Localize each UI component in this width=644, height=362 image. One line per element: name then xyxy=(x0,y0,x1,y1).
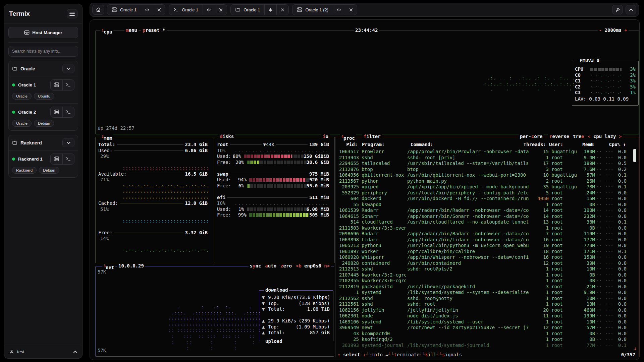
open-host-manager-button[interactable] xyxy=(51,154,62,164)
host-manager-button[interactable]: Host Manager xyxy=(8,27,78,38)
process-row[interactable]: 552329periphery/usr/local/bin/periphery … xyxy=(337,190,627,196)
signals-button[interactable]: signals xyxy=(442,352,462,358)
host-row[interactable]: Oracle 1OracleUbuntu xyxy=(9,76,78,103)
sort-selector[interactable]: < cpu lazy > xyxy=(586,134,623,140)
net-interface-switcher[interactable]: <b enp0s6 n> xyxy=(296,263,330,269)
filter-button[interactable]: filter xyxy=(362,134,382,140)
home-tab-button[interactable] xyxy=(92,5,104,15)
kill-button[interactable]: kill xyxy=(425,352,436,358)
process-row[interactable]: 25ksoftirqd/21root0B·· ····0.0 xyxy=(337,337,627,343)
proc-box-title[interactable]: 4proc xyxy=(340,134,356,141)
process-row[interactable]: 2113567pythonpython main.py2root26M·· ··… xyxy=(337,178,627,184)
info-button[interactable]: info ↵ xyxy=(371,352,388,358)
scroll-down-arrow[interactable]: ↓ xyxy=(634,346,637,352)
split-tab-button[interactable] xyxy=(264,5,276,15)
search-input[interactable] xyxy=(8,46,78,57)
preset-button[interactable]: preset * xyxy=(141,27,167,34)
collapse-topbar-button[interactable] xyxy=(626,5,636,14)
cpu-box-title[interactable]: 1cpu xyxy=(100,27,113,35)
select-control[interactable]: ↑ select ↓ xyxy=(337,352,366,358)
net-auto-button[interactable]: auto xyxy=(265,263,276,269)
reverse-button[interactable]: reverse xyxy=(548,134,571,140)
tools-button[interactable] xyxy=(612,5,623,14)
tab-label[interactable]: Oracle 1 (2) xyxy=(292,5,333,15)
process-row[interactable]: 514cloudflared/usr/bin/cloudflared --no-… xyxy=(337,219,627,225)
tree-button[interactable]: tree xyxy=(572,134,586,140)
close-tab-button[interactable] xyxy=(215,5,227,15)
menu-button[interactable]: menu xyxy=(124,27,139,34)
sidebar-menu-button[interactable] xyxy=(67,9,77,18)
open-host-manager-button[interactable] xyxy=(51,80,62,90)
process-row[interactable]: 3969549newt/root/newt --id z3rtyep2175u8… xyxy=(337,325,627,331)
process-row[interactable]: 1065213python3/usr/local/bin/python3 -m … xyxy=(337,243,627,249)
process-row[interactable]: 2102355kworker/3:0-cgro1root0B·· ····0.0 xyxy=(337,278,627,284)
host-group-header[interactable]: Racknerd xyxy=(9,135,78,150)
process-row[interactable]: 1469106systemd/lib/systemd/systemd --use… xyxy=(337,319,627,325)
col-command[interactable]: Command: xyxy=(411,142,433,148)
col-pid[interactable]: Pid: xyxy=(337,142,358,148)
open-terminal-button[interactable] xyxy=(62,107,74,117)
col-mem[interactable]: MemB xyxy=(567,142,594,148)
open-terminal-button[interactable] xyxy=(62,154,74,164)
mem-box-title[interactable]: 2mem xyxy=(100,134,113,141)
col-program[interactable]: Program: xyxy=(362,142,384,148)
host-row[interactable]: Racknerd 1RacknerdDebian xyxy=(9,150,78,177)
process-row[interactable]: 1062301nodenode dist/index.js11root199M·… xyxy=(337,313,627,319)
terminate-button[interactable]: terminate xyxy=(394,352,420,358)
process-row[interactable]: 2294655tailscaled/usr/sbin/tailscaled --… xyxy=(337,161,627,167)
process-row[interactable]: 2111503kworker/3:3-even1root0B·· ····0.0 xyxy=(337,225,627,231)
io-mode-button[interactable]: io xyxy=(321,134,330,140)
process-row[interactable]: 1060928Whisparr/app/bin/Whisparr --nobro… xyxy=(337,254,627,260)
net-zero-button[interactable]: zero xyxy=(280,263,292,269)
process-row[interactable]: 604dockerd/usr/bin/dockerd -H fd:// --co… xyxy=(337,196,627,202)
proc-scrollbar[interactable] xyxy=(633,149,636,162)
col-threads[interactable]: Threads: xyxy=(517,142,546,148)
close-tab-button[interactable] xyxy=(276,5,288,15)
process-row[interactable]: 1064615Sonarr/app/sonarr/bin/Sonarr -nob… xyxy=(337,214,627,220)
process-row[interactable]: 363993systemd-journal/lib/systemd/system… xyxy=(337,343,627,349)
process-row[interactable]: 1systemd/lib/systemd/systemd --system --… xyxy=(337,290,627,296)
disks-box-title[interactable]: disks xyxy=(218,134,235,140)
split-tab-button[interactable] xyxy=(141,5,153,15)
open-host-manager-button[interactable] xyxy=(51,107,62,117)
split-tab-button[interactable] xyxy=(333,5,345,15)
host-group-header[interactable]: Oracle xyxy=(9,61,78,76)
tab[interactable]: Oracle 1 (2) xyxy=(292,4,357,15)
process-row[interactable]: 1064956qbittorrent-nox/usr/bin/qbittorre… xyxy=(337,172,627,178)
process-row[interactable]: 2112819packagekitd/usr/libexec/packageki… xyxy=(337,284,627,290)
process-row[interactable]: 2112513sshdsshd: root@pts/21root10M·· ··… xyxy=(337,266,627,272)
host-row[interactable]: Oracle 2OracleDebian xyxy=(9,103,78,130)
process-row[interactable]: 1063517Prowlarr/app/prowlarr/bin/Prowlar… xyxy=(337,149,627,155)
net-sync-button[interactable]: sync xyxy=(250,263,261,269)
collapse-group-button[interactable] xyxy=(62,138,74,147)
process-row[interactable]: 240828containerd/usr/bin/containerd12roo… xyxy=(337,260,627,266)
process-row[interactable]: 1062156jellyfin/jellyfin/jellyfin20root4… xyxy=(337,307,627,313)
process-row[interactable]: 1061897Worker/opt/calibre/bin/calibre18r… xyxy=(337,249,627,255)
process-row[interactable]: 2098696Radarr/app/radarr/bin/Radarr -nob… xyxy=(337,231,627,237)
tab-label[interactable]: Oracle 1 xyxy=(169,5,203,15)
split-tab-button[interactable] xyxy=(203,5,215,15)
col-cpu[interactable]: Cpu% ↑ xyxy=(597,142,626,148)
update-interval[interactable]: - 2000ms + xyxy=(598,27,629,34)
per-core-button[interactable]: per-core xyxy=(519,134,544,140)
close-tab-button[interactable] xyxy=(153,5,165,15)
process-row[interactable]: 2113943sshdsshd: root [priv]1root9.4M·· … xyxy=(337,155,627,161)
terminal[interactable]: 1cpu menu preset * 23:44:42 - 2000ms + u… xyxy=(90,19,640,360)
tab-label[interactable]: Oracle 1 xyxy=(231,5,264,15)
tab-label[interactable]: Oracle 1 xyxy=(107,5,141,15)
process-row[interactable]: 43kcompactd01root0B·· ····0.0 xyxy=(337,331,627,337)
process-row[interactable]: 2112562sshdsshd: root@notty1root10M·· ··… xyxy=(337,296,627,302)
collapse-group-button[interactable] xyxy=(62,64,74,73)
process-row[interactable]: 1061539Radarr/app/radarr/bin/Radarr -nob… xyxy=(337,207,627,214)
col-user[interactable]: User: xyxy=(549,142,563,148)
process-row[interactable]: 2112876btopbtop3root7.6M·· ····0.2 xyxy=(337,167,627,173)
tab[interactable]: Oracle 1 xyxy=(169,4,227,15)
user-menu[interactable]: test xyxy=(4,345,82,358)
tab[interactable]: Oracle 1 xyxy=(107,4,165,15)
process-row[interactable]: 2107445kworker/3:2-cgro1root0B·· ····0.0 xyxy=(337,272,627,278)
process-row[interactable]: 203925xpiped/opt/xpipe/app/bin/xpiped --… xyxy=(337,184,627,190)
close-tab-button[interactable] xyxy=(345,5,357,15)
process-row[interactable]: 55kswapd01root0B·· ····0.0 xyxy=(337,202,627,208)
open-terminal-button[interactable] xyxy=(62,80,74,90)
tab[interactable]: Oracle 1 xyxy=(230,4,289,15)
